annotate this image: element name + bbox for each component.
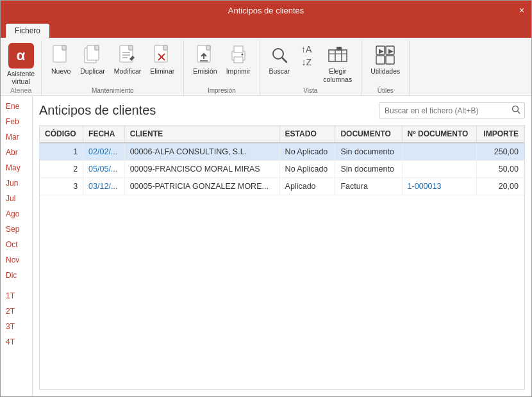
svg-rect-24	[329, 50, 347, 61]
sidebar-month-jun[interactable]: Jun	[1, 175, 32, 191]
table-row[interactable]: 3 03/12/... 00005-PATRICIA GONZALEZ MORE…	[40, 178, 524, 195]
duplicar-button[interactable]: Duplicar	[76, 43, 109, 78]
cell-fecha: 03/12/...	[83, 178, 125, 195]
sidebar-month-dic[interactable]: Dic	[1, 268, 32, 283]
close-button[interactable]: ×	[512, 1, 531, 20]
sidebar-quarter-1t[interactable]: 1T	[1, 288, 32, 304]
cell-estado: No Aplicado	[279, 161, 335, 178]
asistente-label1: Asistente	[7, 70, 35, 77]
col-header-documento: DOCUMENTO	[335, 126, 402, 143]
page-title: Anticipos de clientes	[39, 103, 156, 118]
impresion-items: Emisión Imprimir	[189, 43, 254, 86]
cell-cliente: 00006-ALFA CONSULTING, S.L.	[124, 143, 279, 161]
impresion-label: Impresión	[208, 86, 236, 94]
cell-nro-documento	[402, 161, 476, 178]
svg-rect-20	[234, 57, 243, 63]
table-header-row: CÓDIGO FECHA CLIENTE ESTADO DOCUMENTO Nº…	[40, 126, 524, 143]
sidebar-month-ene[interactable]: Ene	[1, 99, 32, 114]
mantenimiento-items: Nuevo Duplicar	[47, 43, 178, 86]
sidebar-quarter-2t[interactable]: 2T	[1, 304, 32, 319]
utiles-items: ▶ ▶ Utilidades	[367, 43, 404, 86]
sidebar-quarter-4t[interactable]: 4T	[1, 334, 32, 350]
main-area: Ene Feb Mar Abr May Jun Jul Ago Sep Oct …	[1, 96, 531, 396]
buscar-button[interactable]: Buscar	[265, 43, 294, 78]
imprimir-button[interactable]: Imprimir	[222, 43, 254, 78]
col-header-codigo: CÓDIGO	[40, 126, 83, 143]
cell-documento: Sin documento	[335, 161, 402, 178]
cell-nro-documento	[402, 143, 476, 161]
modificar-button[interactable]: Modificar	[110, 43, 145, 78]
sidebar-month-ago[interactable]: Ago	[1, 206, 32, 222]
svg-point-21	[241, 54, 243, 56]
sidebar-month-may[interactable]: May	[1, 160, 32, 175]
emision-label: Emisión	[193, 67, 217, 76]
cell-fecha: 02/02/...	[83, 143, 125, 161]
emision-icon	[195, 45, 215, 66]
sidebar-month-abr[interactable]: Abr	[1, 145, 32, 160]
duplicar-label: Duplicar	[80, 67, 105, 76]
sidebar-month-mar[interactable]: Mar	[1, 129, 32, 145]
eliminar-label: Eliminar	[150, 67, 174, 76]
svg-marker-6	[129, 45, 133, 50]
cell-importe: 50,00	[476, 161, 524, 178]
main-window: Anticipos de clientes × Fichero α Asiste…	[0, 0, 532, 397]
nuevo-label: Nuevo	[51, 67, 71, 76]
sort-asc-icon: ↑A	[301, 44, 312, 54]
svg-line-23	[282, 58, 287, 62]
sidebar-month-oct[interactable]: Oct	[1, 237, 32, 252]
sidebar-quarter-3t[interactable]: 3T	[1, 319, 32, 334]
svg-text:▶: ▶	[379, 47, 384, 54]
svg-rect-19	[234, 46, 243, 53]
side-panel: Ene Feb Mar Abr May Jun Jul Ago Sep Oct …	[1, 96, 33, 396]
utilidades-button[interactable]: ▶ ▶ Utilidades	[367, 43, 404, 78]
sort-column: ↑A ↓Z	[295, 43, 318, 69]
col-header-cliente: CLIENTE	[124, 126, 279, 143]
imprimir-label: Imprimir	[226, 67, 251, 76]
svg-text:▶: ▶	[388, 47, 394, 54]
col-header-estado: ESTADO	[279, 126, 335, 143]
cell-documento: Sin documento	[335, 143, 402, 161]
svg-marker-4	[95, 45, 99, 50]
eliminar-button[interactable]: Eliminar	[146, 43, 178, 78]
search-button[interactable]	[508, 103, 524, 118]
sidebar-month-nov[interactable]: Nov	[1, 252, 32, 268]
cell-estado: Aplicado	[279, 178, 335, 195]
cell-codigo: 1	[40, 143, 83, 161]
sort-asc-button[interactable]: ↑A	[295, 43, 318, 56]
elegir-columnas-button[interactable]: Elegir columnas	[319, 43, 356, 86]
vista-label: Vista	[303, 86, 317, 94]
sort-desc-button[interactable]: ↓Z	[295, 56, 318, 69]
svg-marker-12	[163, 45, 167, 50]
tab-fichero[interactable]: Fichero	[6, 24, 49, 38]
elegir-columnas-label: Elegir columnas	[323, 67, 352, 83]
buscar-icon	[269, 45, 290, 66]
table-container: CÓDIGO FECHA CLIENTE ESTADO DOCUMENTO Nº…	[39, 125, 525, 390]
nuevo-icon	[51, 45, 71, 66]
utilidades-label: Utilidades	[370, 67, 400, 76]
sidebar-month-jul[interactable]: Jul	[1, 191, 32, 206]
sidebar-month-feb[interactable]: Feb	[1, 114, 32, 129]
svg-rect-31	[376, 56, 385, 64]
utiles-label: Útiles	[378, 86, 394, 94]
atenea-label: Atenea	[10, 86, 31, 94]
utiles-section: ▶ ▶ Utilidades Útiles	[362, 40, 410, 95]
col-header-importe: IMPORTE	[476, 126, 524, 143]
sidebar-month-sep[interactable]: Sep	[1, 222, 32, 237]
cell-fecha: 05/05/...	[83, 161, 125, 178]
svg-marker-1	[62, 45, 66, 50]
title-bar: Anticipos de clientes ×	[1, 1, 531, 20]
cell-estado: No Aplicado	[279, 143, 335, 161]
table-row[interactable]: 2 05/05/... 00009-FRANCISCO MORAL MIRAS …	[40, 161, 524, 178]
emision-button[interactable]: Emisión	[189, 43, 220, 78]
cell-codigo: 3	[40, 178, 83, 195]
buscar-label: Buscar	[269, 67, 290, 76]
search-input[interactable]	[379, 104, 508, 117]
table-row[interactable]: 1 02/02/... 00006-ALFA CONSULTING, S.L. …	[40, 143, 524, 161]
nuevo-button[interactable]: Nuevo	[47, 43, 75, 78]
mantenimiento-label: mantenimiento	[92, 86, 134, 94]
search-icon	[511, 105, 520, 114]
col-header-fecha: FECHA	[83, 126, 125, 143]
asistente-virtual-section[interactable]: α Asistente virtual Atenea	[1, 40, 42, 95]
cell-nro-documento: 1-000013	[402, 178, 476, 195]
alpha-icon: α	[8, 43, 34, 69]
